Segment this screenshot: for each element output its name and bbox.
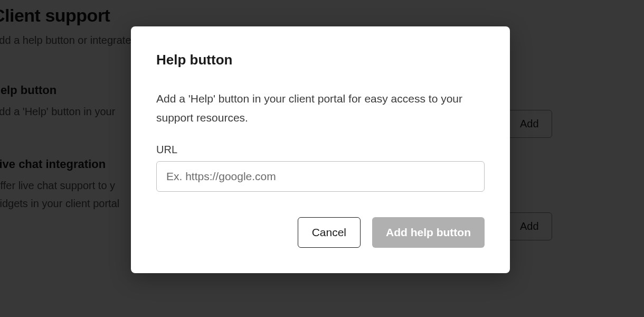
cancel-button[interactable]: Cancel bbox=[298, 217, 361, 248]
url-label: URL bbox=[156, 144, 485, 156]
modal-overlay[interactable]: Help button Add a 'Help' button in your … bbox=[0, 0, 644, 317]
help-button-modal: Help button Add a 'Help' button in your … bbox=[131, 26, 510, 273]
modal-title: Help button bbox=[156, 52, 485, 68]
modal-description: Add a 'Help' button in your client porta… bbox=[156, 89, 485, 127]
add-help-button-submit[interactable]: Add help button bbox=[372, 217, 485, 248]
modal-actions: Cancel Add help button bbox=[156, 217, 485, 248]
url-input[interactable] bbox=[156, 161, 485, 192]
